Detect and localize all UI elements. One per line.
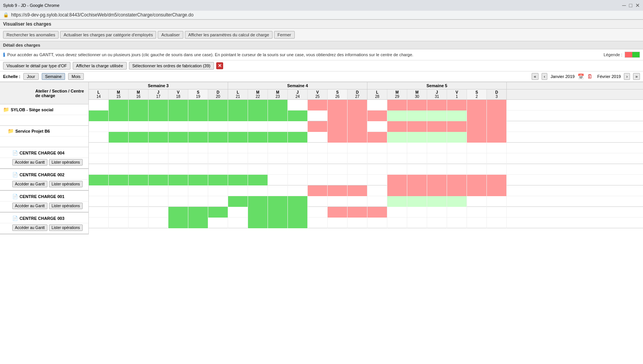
charge-004-actions: Accéder au Gantt Lister opérations — [0, 158, 88, 169]
info-icon: ℹ — [3, 52, 5, 58]
url-display[interactable]: https://s9-dev-pg.sylob.local:8443/Cochi… — [11, 12, 640, 18]
group-sylob-row1: 📁 SYLOB - Siège social — [0, 104, 88, 115]
day-V-25: V25 — [308, 89, 328, 99]
charge-004-label: CENTRE CHARGE 004 — [20, 151, 64, 155]
c002-data-row2 — [89, 175, 643, 185]
main-toolbar: Rechercher les anomalies Actualiser les … — [0, 29, 643, 41]
legend-green — [632, 52, 640, 57]
charge-002-block: 📄 CENTRE CHARGE 002 Accéder au Gantt Lis… — [0, 169, 88, 191]
group-sylob-row2 — [0, 115, 88, 126]
scale-bar: Echelle : Jour Semaine Mois « ‹ Janvier … — [0, 72, 643, 82]
charge-004-label-row: 📄 CENTRE CHARGE 004 — [0, 147, 88, 158]
section-b6-row2 — [0, 136, 88, 147]
doc-icon-004: 📄 — [12, 150, 18, 156]
day-V-18: V18 — [168, 89, 188, 99]
charge-001-label-row: 📄 CENTRE CHARGE 001 — [0, 191, 88, 202]
c003-data-row1 — [89, 207, 643, 218]
section-b6-row1: 📁 Service Projet B6 — [0, 126, 88, 136]
charge-002-label: CENTRE CHARGE 002 — [20, 172, 64, 177]
day-J-24: J24 — [288, 89, 308, 99]
day-J-17: J17 — [149, 89, 168, 99]
btn-afficher-charge[interactable]: Afficher la charge utilisée — [73, 62, 127, 70]
week-header-row: Semaine 3 Semaine 4 Semaine 5 — [89, 82, 643, 89]
gantt-main: CENTRE CHARGE 004 Atelier / Section / Ce… — [0, 82, 643, 234]
window-controls: ─ □ ✕ — [622, 2, 640, 8]
charge-001-label: CENTRE CHARGE 001 — [20, 194, 64, 199]
btn-actualiser-charges[interactable]: Actualiser les charges par catégorie d'e… — [60, 31, 156, 39]
nav-first-btn[interactable]: « — [532, 73, 539, 80]
c004-data-row1 — [89, 143, 643, 153]
folder-icon-b6: 📁 — [8, 128, 14, 134]
day-M-15: M15 — [109, 89, 129, 99]
close-button[interactable]: ✕ — [635, 2, 640, 8]
nav-last-btn[interactable]: » — [633, 73, 640, 80]
gantt-right-panel: Semaine 3 Semaine 4 Semaine 5 L14 M15 M1… — [89, 82, 643, 234]
nav-prev-btn[interactable]: ‹ — [542, 73, 548, 80]
section-service-b6: 📁 Service Projet B6 📄 CENTRE CHARGE 004 … — [0, 126, 88, 234]
day-M-30: M30 — [407, 89, 427, 99]
address-bar: 🔒 https://s9-dev-pg.sylob.local:8443/Coc… — [0, 11, 643, 20]
b6-data-row2 — [89, 132, 643, 143]
calendar-icon-1[interactable]: 📅 — [578, 73, 584, 80]
charge-002-gantt-btn[interactable]: Accéder au Gantt — [12, 181, 47, 187]
calendar-icon-2[interactable]: 🗓 — [587, 73, 592, 80]
day-S-19: S19 — [188, 89, 208, 99]
month1-label: Janvier 2019 — [550, 74, 574, 79]
btn-afficher-parametres[interactable]: Afficher les paramètres du calcul de cha… — [185, 31, 273, 39]
doc-icon-003: 📄 — [12, 216, 18, 221]
scale-jour-btn[interactable]: Jour — [23, 73, 38, 80]
lock-icon: 🔒 — [3, 12, 9, 18]
day-M-29: M29 — [387, 89, 407, 99]
sylob-data-row2 — [89, 110, 643, 121]
maximize-button[interactable]: □ — [629, 2, 632, 8]
day-L-28: L28 — [367, 89, 387, 99]
scale-semaine-btn[interactable]: Semaine — [42, 73, 65, 80]
month2-label: Février 2019 — [597, 74, 621, 79]
nav-next-btn[interactable]: › — [624, 73, 630, 80]
charge-003-gantt-btn[interactable]: Accéder au Gantt — [12, 224, 47, 231]
charge-002-actions: Accéder au Gantt Lister opérations — [0, 180, 88, 190]
charge-004-list-btn[interactable]: Lister opérations — [49, 159, 83, 166]
info-text: Pour accéder au GANTT, vous devez sélect… — [7, 52, 601, 57]
week4-header: Semaine 4 — [228, 82, 367, 89]
day-S-2: S2 — [467, 89, 487, 99]
sub-toolbar: Visualiser le détail par type d'OF Affic… — [0, 60, 643, 72]
btn-visualiser-detail[interactable]: Visualiser le détail par type d'OF — [3, 62, 70, 70]
charge-003-label: CENTRE CHARGE 003 — [20, 216, 64, 221]
btn-actualiser[interactable]: Actualiser — [158, 31, 183, 39]
btn-selectionner-of[interactable]: Sélectionner les ordres de fabrication (… — [129, 62, 214, 70]
btn-rechercher-anomalies[interactable]: Rechercher les anomalies — [3, 31, 59, 39]
browser-titlebar: Sylob 9 - JD - Google Chrome ─ □ ✕ — [0, 0, 643, 11]
charge-003-list-btn[interactable]: Lister opérations — [49, 224, 83, 231]
legend-colors — [625, 52, 640, 58]
c001-data-row2 — [89, 196, 643, 207]
charge-001-list-btn[interactable]: Lister opérations — [49, 203, 83, 209]
app-header: Visualiser les charges — [0, 20, 643, 29]
month-display: Janvier 2019 📅 🗓 Février 2019 — [550, 73, 621, 80]
doc-icon-002: 📄 — [12, 172, 18, 177]
charge-001-gantt-btn[interactable]: Accéder au Gantt — [12, 203, 47, 209]
doc-icon-001: 📄 — [12, 194, 18, 199]
charge-004-gantt-btn[interactable]: Accéder au Gantt — [12, 159, 47, 166]
legend-red — [625, 52, 632, 57]
day-D-20: D20 — [208, 89, 228, 99]
day-D-27: D27 — [348, 89, 367, 99]
info-bar: ℹ Pour accéder au GANTT, vous devez séle… — [0, 49, 643, 60]
gantt-left-panel: CENTRE CHARGE 004 Atelier / Section / Ce… — [0, 82, 89, 234]
btn-fermer[interactable]: Fermer — [274, 31, 294, 39]
day-V-1: V1 — [447, 89, 467, 99]
clear-of-button[interactable]: ✕ — [216, 62, 223, 69]
minimize-button[interactable]: ─ — [622, 2, 626, 8]
charge-001-block: 📄 CENTRE CHARGE 001 Accéder au Gantt Lis… — [0, 191, 88, 213]
day-M-16: M16 — [129, 89, 149, 99]
charge-003-label-row: 📄 CENTRE CHARGE 003 — [0, 213, 88, 223]
legend-area: Légende : — [604, 52, 640, 58]
detail-section-header: Détail des charges — [0, 41, 643, 49]
sylob-data-row1 — [89, 100, 643, 110]
charge-002-list-btn[interactable]: Lister opérations — [49, 181, 83, 187]
legend-label: Légende : — [604, 52, 622, 57]
week3-header: Semaine 3 — [89, 82, 228, 89]
scale-mois-btn[interactable]: Mois — [68, 73, 84, 80]
scale-label: Echelle : — [3, 74, 20, 79]
group-sylob-label: SYLOB - Siège social — [11, 107, 53, 112]
